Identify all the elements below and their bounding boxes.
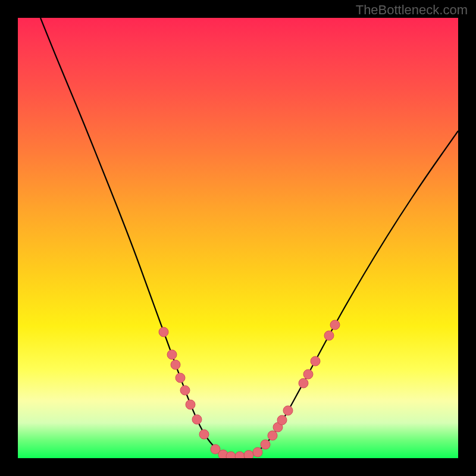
curve-marker [180, 386, 190, 395]
curve-marker [159, 327, 168, 337]
curve-marker [192, 415, 202, 424]
curve-marker [330, 320, 340, 330]
curve-marker [226, 452, 236, 458]
curve-marker [253, 447, 262, 457]
curve-marker [261, 440, 270, 449]
curve-marker [303, 369, 313, 379]
curve-markers [159, 320, 340, 458]
curve-marker [186, 400, 195, 409]
curve-marker [277, 415, 287, 425]
curve-marker [268, 431, 277, 440]
plot-area [18, 18, 458, 458]
curve-marker [176, 373, 185, 383]
watermark-text: TheBottleneck.com [356, 2, 468, 18]
curve-marker [235, 452, 245, 458]
curve-marker [171, 360, 180, 369]
curve-marker [311, 356, 320, 366]
chart-container: TheBottleneck.com [0, 0, 476, 476]
curve-marker [199, 430, 209, 439]
curve-marker [244, 450, 253, 458]
curve-marker [324, 331, 334, 340]
curve-marker [167, 350, 177, 359]
curve-marker [299, 378, 308, 388]
curve-overlay [18, 18, 458, 458]
curve-marker [283, 406, 293, 415]
bottleneck-curve [40, 18, 458, 456]
